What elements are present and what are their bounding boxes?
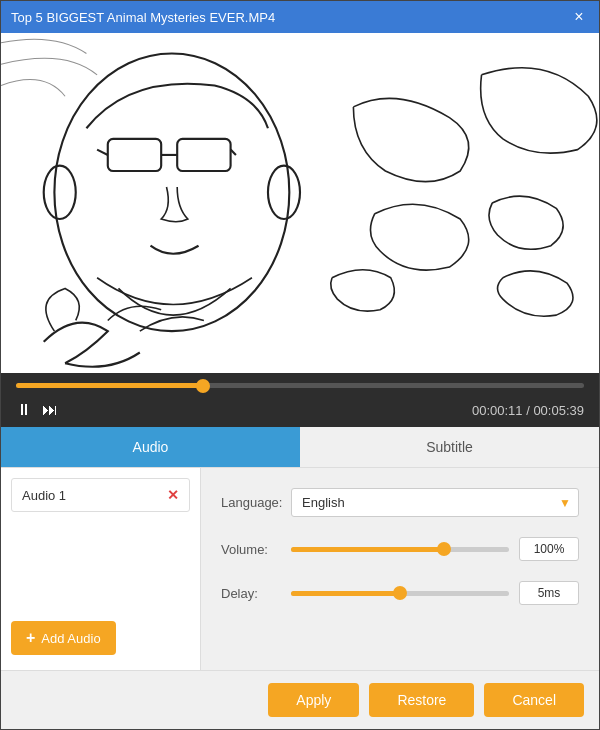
window-title: Top 5 BIGGEST Animal Mysteries EVER.MP4 (11, 10, 569, 25)
delay-label: Delay: (221, 586, 291, 601)
video-frame (1, 33, 599, 373)
main-window: Top 5 BIGGEST Animal Mysteries EVER.MP4 … (0, 0, 600, 730)
tabs-header: Audio Subtitle (1, 427, 599, 468)
time-display: 00:00:11 / 00:05:39 (472, 403, 584, 418)
add-audio-label: Add Audio (41, 631, 100, 646)
volume-input[interactable] (519, 537, 579, 561)
progress-track[interactable] (16, 383, 584, 388)
language-select-wrapper: English French Spanish German Italian Ja… (291, 488, 579, 517)
cancel-button[interactable]: Cancel (484, 683, 584, 717)
delay-thumb[interactable] (393, 586, 407, 600)
skip-button[interactable]: ⏭ (42, 401, 58, 419)
playback-controls: ⏸ ⏭ 00:00:11 / 00:05:39 (1, 393, 599, 427)
volume-thumb[interactable] (437, 542, 451, 556)
tab-audio[interactable]: Audio (1, 427, 300, 467)
delay-fill (291, 591, 400, 596)
language-select[interactable]: English French Spanish German Italian Ja… (291, 488, 579, 517)
progress-thumb[interactable] (196, 379, 210, 393)
volume-fill (291, 547, 444, 552)
language-row: Language: English French Spanish German … (221, 488, 579, 517)
delay-input[interactable] (519, 581, 579, 605)
total-time: 00:05:39 (533, 403, 584, 418)
tab-subtitle[interactable]: Subtitle (300, 427, 599, 467)
footer-buttons: Apply Restore Cancel (1, 670, 599, 729)
settings-panel: Language: English French Spanish German … (201, 468, 599, 670)
delay-track[interactable] (291, 591, 509, 596)
progress-fill (16, 383, 203, 388)
volume-track[interactable] (291, 547, 509, 552)
plus-icon: + (26, 629, 35, 647)
audio-remove-button[interactable]: ✕ (167, 487, 179, 503)
video-player (1, 33, 599, 373)
audio-item-name: Audio 1 (22, 488, 66, 503)
volume-label: Volume: (221, 542, 291, 557)
title-bar: Top 5 BIGGEST Animal Mysteries EVER.MP4 … (1, 1, 599, 33)
svg-rect-0 (1, 33, 599, 373)
volume-slider-wrapper (291, 537, 579, 561)
apply-button[interactable]: Apply (268, 683, 359, 717)
close-button[interactable]: × (569, 7, 589, 27)
delay-slider-wrapper (291, 581, 579, 605)
language-label: Language: (221, 495, 291, 510)
audio-item: Audio 1 ✕ (11, 478, 190, 512)
add-audio-button[interactable]: + Add Audio (11, 621, 116, 655)
audio-list-panel: Audio 1 ✕ + Add Audio (1, 468, 201, 670)
pause-button[interactable]: ⏸ (16, 401, 32, 419)
progress-bar-area (1, 373, 599, 393)
tab-content: Audio 1 ✕ + Add Audio Language: English (1, 468, 599, 670)
restore-button[interactable]: Restore (369, 683, 474, 717)
tabs-container: Audio Subtitle Audio 1 ✕ + Add Audio (1, 427, 599, 729)
volume-row: Volume: (221, 537, 579, 561)
delay-row: Delay: (221, 581, 579, 605)
current-time: 00:00:11 (472, 403, 523, 418)
